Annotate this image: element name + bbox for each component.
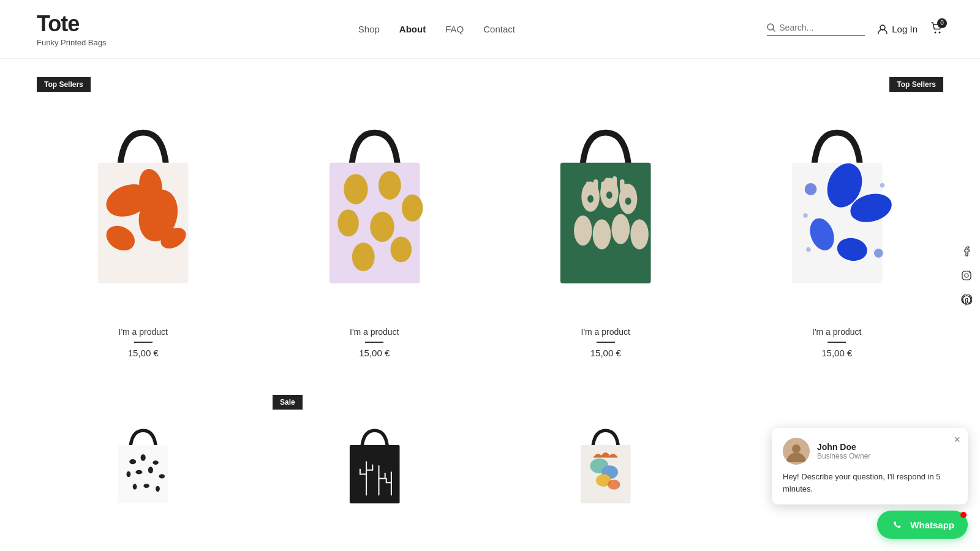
svg-point-14 [337, 209, 358, 236]
svg-point-81 [792, 444, 801, 453]
product-image-7 [499, 417, 712, 515]
product-divider-4 [827, 342, 846, 343]
nav-about[interactable]: About [399, 24, 426, 34]
svg-point-48 [129, 459, 136, 464]
whatsapp-name: John Doe [817, 442, 870, 452]
top-sellers-badge-right: Top Sellers [889, 77, 943, 92]
svg-rect-27 [586, 182, 590, 193]
svg-rect-28 [594, 179, 598, 190]
cart-badge: 0 [937, 18, 947, 28]
whatsapp-popup-header: John Doe Business Owner [783, 438, 957, 465]
svg-point-35 [606, 192, 612, 199]
whatsapp-close-button[interactable]: × [954, 434, 960, 445]
whatsapp-user-info: John Doe Business Owner [817, 442, 870, 460]
svg-point-25 [612, 214, 630, 244]
product-name-3: I'm a product [581, 327, 631, 337]
product-price-3: 15,00 € [590, 348, 621, 358]
bag-svg-orange [53, 118, 233, 298]
product-image-1 [37, 102, 250, 315]
whatsapp-btn-label: Whatsapp [910, 520, 954, 530]
svg-point-50 [153, 460, 159, 465]
svg-point-55 [133, 484, 137, 490]
svg-point-34 [587, 195, 594, 203]
product-image-5 [37, 417, 250, 515]
svg-point-36 [625, 198, 631, 205]
svg-point-42 [804, 183, 816, 195]
svg-point-77 [965, 274, 968, 277]
nav-contact[interactable]: Contact [483, 24, 515, 34]
product-price-2: 15,00 € [359, 348, 390, 358]
product-card-5[interactable] [37, 417, 250, 515]
bag-svg-green-eye [515, 118, 696, 298]
svg-point-57 [156, 485, 160, 492]
svg-point-51 [127, 471, 131, 477]
main-nav: Shop About FAQ Contact [358, 24, 515, 34]
whatsapp-popup: × John Doe Business Owner Hey! Describe … [772, 428, 968, 504]
svg-point-45 [806, 247, 810, 252]
login-label: Log In [892, 24, 918, 34]
product-name-1: I'm a product [119, 327, 168, 337]
svg-rect-33 [624, 184, 628, 195]
top-sellers-badge-left: Top Sellers [37, 77, 91, 92]
product-card-2[interactable]: I'm a product 15,00 € [268, 102, 481, 358]
svg-point-18 [390, 237, 411, 263]
product-divider-1 [134, 342, 153, 343]
bag-svg-cactus [284, 424, 465, 508]
nav-shop[interactable]: Shop [358, 24, 380, 34]
svg-point-74 [608, 479, 620, 489]
search-input[interactable] [779, 23, 865, 32]
whatsapp-notification-dot [960, 512, 967, 518]
product-row-1: I'm a product 15,00 € [37, 102, 943, 358]
svg-point-46 [880, 183, 884, 187]
svg-point-56 [143, 484, 149, 488]
svg-point-52 [136, 470, 143, 474]
product-image-4 [731, 102, 944, 315]
whatsapp-message: Hey! Describe your question, I'll respon… [783, 471, 957, 495]
bag-svg-lemon [284, 118, 465, 298]
login-button[interactable]: Log In [877, 24, 918, 35]
product-card-1[interactable]: I'm a product 15,00 € [37, 102, 250, 358]
logo-subtitle: Funky Printed Bags [37, 38, 106, 47]
svg-rect-58 [349, 445, 399, 503]
svg-point-13 [378, 171, 401, 200]
svg-point-49 [141, 454, 146, 460]
product-name-2: I'm a product [350, 327, 399, 337]
product-name-4: I'm a product [812, 327, 862, 337]
svg-point-12 [344, 174, 368, 204]
whatsapp-button[interactable]: Whatsapp [877, 511, 968, 539]
user-icon [877, 24, 888, 35]
svg-point-44 [803, 213, 807, 217]
whatsapp-icon [891, 518, 904, 531]
svg-point-4 [938, 31, 940, 33]
social-sidebar [953, 236, 980, 315]
pinterest-icon[interactable] [958, 291, 975, 309]
product-card-4[interactable]: I'm a product 15,00 € [731, 102, 944, 358]
svg-point-78 [969, 272, 970, 274]
svg-point-23 [574, 216, 592, 246]
product-card-7[interactable] [499, 417, 712, 515]
bag-svg-fox [515, 424, 696, 508]
svg-point-43 [874, 249, 883, 258]
whatsapp-avatar [783, 438, 810, 465]
logo: Tote Funky Printed Bags [37, 11, 106, 47]
product-card-3[interactable]: I'm a product 15,00 € [499, 102, 712, 358]
cart-button[interactable]: 0 [930, 21, 943, 38]
facebook-icon[interactable] [958, 242, 975, 260]
product-price-4: 15,00 € [821, 348, 852, 358]
svg-rect-31 [612, 176, 617, 187]
product-divider-2 [365, 342, 383, 343]
product-image-2 [268, 102, 481, 315]
instagram-icon[interactable] [958, 267, 975, 284]
product-card-6[interactable] [268, 417, 481, 515]
header-actions: Log In 0 [767, 21, 943, 38]
product-price-1: 15,00 € [128, 348, 159, 358]
svg-point-24 [593, 219, 611, 249]
svg-point-15 [370, 212, 394, 242]
nav-faq[interactable]: FAQ [445, 24, 464, 34]
logo-title: Tote [37, 11, 106, 37]
svg-rect-47 [118, 445, 168, 503]
bag-svg-dalmatian [53, 424, 233, 508]
bag-svg-blue-shapes [747, 118, 927, 298]
svg-point-17 [352, 242, 374, 271]
whatsapp-widget: × John Doe Business Owner Hey! Describe … [772, 428, 968, 539]
